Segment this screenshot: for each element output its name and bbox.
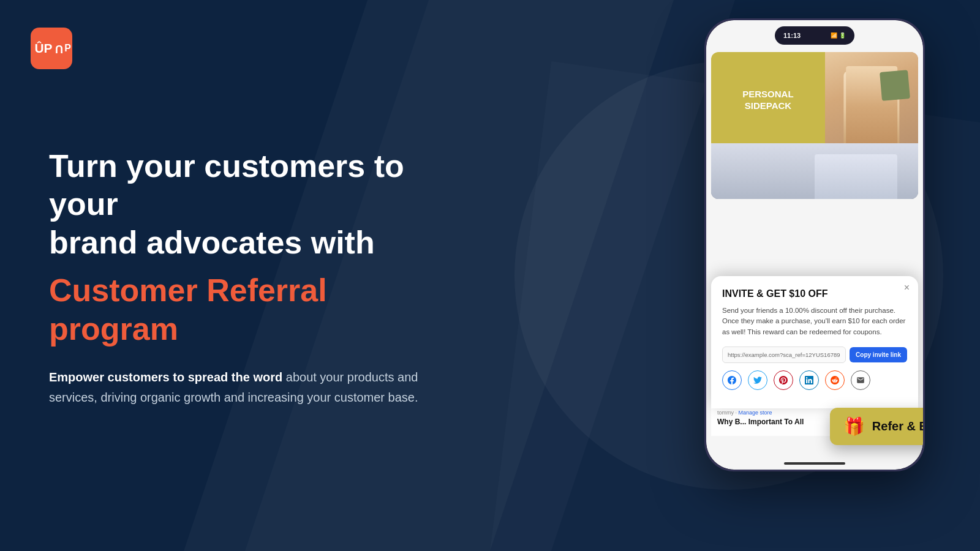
headline-accent: Customer Referral program bbox=[49, 271, 429, 348]
author-name: tommy · bbox=[717, 410, 739, 416]
left-content: Turn your customers to your brand advoca… bbox=[49, 147, 429, 408]
email-share-button[interactable] bbox=[851, 370, 870, 390]
phone-frame: 11:13 📶 🔋 PERSONAL SIDEPACK bbox=[704, 18, 925, 471]
popup-link-input[interactable]: https://example.com?sca_ref=12YUS16789 bbox=[722, 347, 846, 363]
svg-text:ÛP: ÛP bbox=[35, 41, 53, 55]
phone-screen: 11:13 📶 🔋 PERSONAL SIDEPACK bbox=[706, 20, 923, 470]
social-icons-row bbox=[722, 370, 907, 390]
popup-modal: × INVITE & GET $10 OFF Send your friends… bbox=[711, 276, 918, 408]
description-bold: Empower customers to spread the word bbox=[49, 370, 282, 384]
headline: Turn your customers to your brand advoca… bbox=[49, 147, 429, 261]
headline-line1: Turn your customers to your bbox=[49, 148, 404, 222]
linkedin-share-button[interactable] bbox=[799, 370, 819, 390]
popup-description: Send your friends a 10.00% discount off … bbox=[722, 305, 907, 338]
phone-home-indicator bbox=[784, 462, 845, 465]
popup-link-row: https://example.com?sca_ref=12YUS16789 C… bbox=[722, 347, 907, 363]
twitter-share-button[interactable] bbox=[748, 370, 767, 390]
status-time: 11:13 bbox=[783, 32, 801, 39]
status-icons: 📶 🔋 bbox=[831, 32, 846, 39]
refer-earn-button[interactable]: 🎁 Refer & Earn bbox=[830, 408, 923, 445]
phone-notch: 11:13 📶 🔋 bbox=[775, 26, 854, 45]
gift-icon: 🎁 bbox=[843, 416, 865, 437]
product-label: PERSONAL SIDEPACK bbox=[721, 88, 815, 112]
copy-invite-link-button[interactable]: Copy invite link bbox=[850, 347, 907, 362]
product-second-image bbox=[711, 143, 918, 199]
popup-close-btn[interactable]: × bbox=[904, 282, 910, 293]
manage-store-link[interactable]: Manage store bbox=[739, 410, 772, 416]
headline-line2: brand advocates with bbox=[49, 225, 375, 260]
logo-icon: ÛP bbox=[32, 37, 55, 60]
description: Empower customers to spread the word abo… bbox=[49, 367, 429, 408]
reddit-share-button[interactable] bbox=[825, 370, 845, 390]
product-image-area bbox=[825, 52, 918, 148]
wifi-icon: 📶 bbox=[831, 32, 837, 39]
phone-mockup: 11:13 📶 🔋 PERSONAL SIDEPACK bbox=[704, 18, 925, 471]
logo: ÛP U P bbox=[31, 28, 72, 69]
facebook-share-button[interactable] bbox=[722, 370, 742, 390]
pinterest-share-button[interactable] bbox=[774, 370, 793, 390]
battery-icon: 🔋 bbox=[839, 32, 846, 39]
product-yellow-block: PERSONAL SIDEPACK bbox=[711, 52, 825, 148]
fashion-figure bbox=[825, 52, 918, 148]
product-card: PERSONAL SIDEPACK bbox=[711, 52, 918, 199]
refer-earn-label: Refer & Earn bbox=[872, 419, 923, 433]
popup-title: INVITE & GET $10 OFF bbox=[722, 288, 895, 299]
